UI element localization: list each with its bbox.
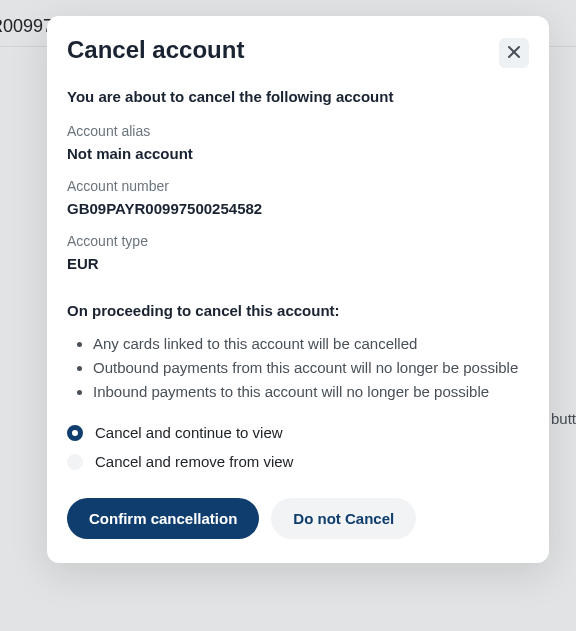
proceed-title: On proceeding to cancel this account: xyxy=(67,302,529,319)
list-item: Inbound payments to this account will no… xyxy=(93,381,529,403)
consequence-list: Any cards linked to this account will be… xyxy=(67,333,529,402)
account-alias-value: Not main account xyxy=(67,145,529,162)
modal-header: Cancel account xyxy=(67,36,529,68)
list-item: Any cards linked to this account will be… xyxy=(93,333,529,355)
do-not-cancel-button[interactable]: Do not Cancel xyxy=(271,498,416,539)
account-type-block: Account type EUR xyxy=(67,233,529,272)
radio-remove-view[interactable]: Cancel and remove from view xyxy=(67,453,529,470)
close-button[interactable] xyxy=(499,38,529,68)
account-type-value: EUR xyxy=(67,255,529,272)
account-number-label: Account number xyxy=(67,178,529,194)
account-number-value: GB09PAYR00997500254582 xyxy=(67,200,529,217)
radio-label: Cancel and continue to view xyxy=(95,424,283,441)
account-type-label: Account type xyxy=(67,233,529,249)
modal-actions: Confirm cancellation Do not Cancel xyxy=(67,498,529,539)
account-alias-label: Account alias xyxy=(67,123,529,139)
close-icon xyxy=(507,45,521,62)
radio-unchecked-icon xyxy=(67,454,83,470)
account-alias-block: Account alias Not main account xyxy=(67,123,529,162)
radio-checked-icon xyxy=(67,425,83,441)
cancel-account-modal: Cancel account You are about to cancel t… xyxy=(47,16,549,563)
modal-subtitle: You are about to cancel the following ac… xyxy=(67,88,529,105)
radio-label: Cancel and remove from view xyxy=(95,453,293,470)
account-number-block: Account number GB09PAYR00997500254582 xyxy=(67,178,529,217)
list-item: Outbound payments from this account will… xyxy=(93,357,529,379)
modal-title: Cancel account xyxy=(67,36,244,64)
radio-continue-view[interactable]: Cancel and continue to view xyxy=(67,424,529,441)
confirm-cancellation-button[interactable]: Confirm cancellation xyxy=(67,498,259,539)
